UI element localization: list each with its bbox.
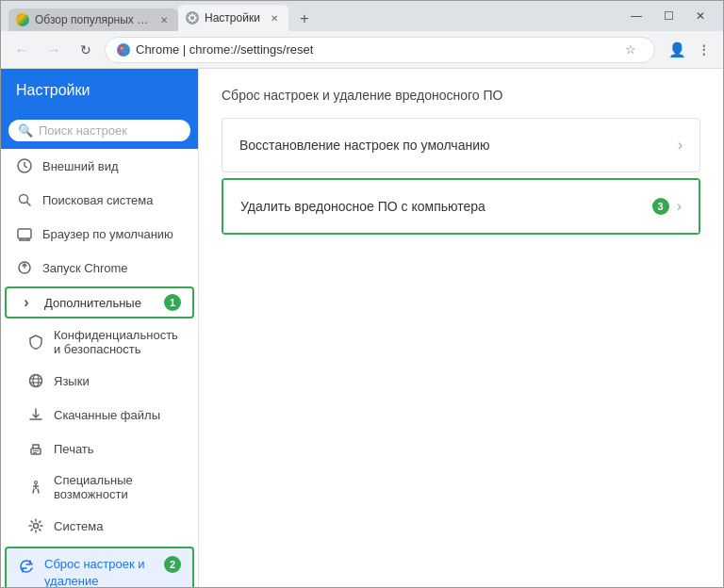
svg-rect-18 bbox=[33, 452, 37, 453]
restore-item[interactable]: Восстановление настроек по умолчанию › bbox=[222, 119, 699, 172]
default-browser-icon bbox=[16, 225, 33, 242]
svg-point-12 bbox=[33, 375, 39, 387]
startup-label: Запуск Chrome bbox=[42, 261, 128, 275]
advanced-badge: 1 bbox=[164, 294, 181, 311]
privacy-label: Конфиденциальность и безопасность bbox=[54, 328, 183, 356]
sidebar-item-print[interactable]: Печать bbox=[1, 432, 198, 466]
svg-point-22 bbox=[34, 524, 39, 529]
advanced-label: Дополнительные bbox=[44, 296, 155, 310]
main-content: Настройки 🔍 Поиск настроек Внешний вид bbox=[1, 69, 723, 587]
svg-line-5 bbox=[27, 203, 31, 206]
sidebar: Настройки 🔍 Поиск настроек Внешний вид bbox=[1, 69, 199, 587]
startup-icon bbox=[16, 259, 33, 276]
default-browser-label: Браузер по умолчанию bbox=[42, 227, 173, 241]
svg-rect-6 bbox=[18, 229, 31, 238]
print-icon bbox=[27, 440, 44, 457]
bookmark-button[interactable]: ☆ bbox=[618, 38, 643, 62]
tab-2-favicon bbox=[186, 11, 199, 24]
remove-malware-item[interactable]: Удалить вредоносное ПО с компьютера 3 › bbox=[223, 180, 699, 233]
search-icon: 🔍 bbox=[18, 123, 33, 138]
system-label: Система bbox=[54, 519, 103, 533]
reset-badge: 2 bbox=[164, 556, 181, 573]
remove-malware-arrow: › bbox=[677, 198, 682, 215]
restore-arrow: › bbox=[678, 137, 683, 154]
close-button[interactable]: ✕ bbox=[685, 6, 716, 26]
sidebar-item-languages[interactable]: Языки bbox=[1, 364, 198, 398]
refresh-button[interactable]: ↻ bbox=[73, 37, 99, 63]
tab-2-label: Настройки bbox=[205, 11, 260, 24]
svg-point-11 bbox=[30, 375, 42, 387]
sidebar-item-reset[interactable]: Сброс настроек и удаление вредоносного П… bbox=[5, 547, 194, 587]
address-bar: ← → ↻ Chrome | chrome://settings/reset ☆… bbox=[1, 31, 723, 69]
tab-1[interactable]: Обзор популярных расширени... ✕ bbox=[8, 8, 178, 31]
print-label: Печать bbox=[54, 442, 94, 456]
downloads-icon bbox=[27, 406, 44, 423]
sidebar-title: Настройки bbox=[1, 69, 198, 112]
browser-window: Обзор популярных расширени... ✕ Настройк… bbox=[0, 0, 724, 588]
accessibility-icon bbox=[27, 479, 44, 496]
remove-malware-card: Удалить вредоносное ПО с компьютера 3 › bbox=[222, 178, 700, 235]
downloads-label: Скачанные файлы bbox=[54, 408, 160, 422]
languages-label: Языки bbox=[54, 374, 90, 388]
toolbar-actions: 👤 ⋮ bbox=[665, 38, 716, 62]
minimize-button[interactable]: — bbox=[621, 6, 651, 26]
languages-icon bbox=[27, 372, 44, 389]
sidebar-item-accessibility[interactable]: Специальные возможности bbox=[1, 466, 198, 509]
sidebar-item-downloads[interactable]: Скачанные файлы bbox=[1, 398, 198, 432]
search-engine-icon bbox=[16, 191, 33, 208]
new-tab-button[interactable]: + bbox=[292, 7, 317, 31]
remove-malware-badge: 3 bbox=[652, 198, 669, 215]
advanced-icon: › bbox=[18, 294, 35, 311]
accessibility-label: Специальные возможности bbox=[54, 473, 183, 501]
url-favicon bbox=[117, 43, 130, 57]
privacy-icon bbox=[27, 334, 44, 351]
sidebar-nav: Внешний вид Поисковая система Браузер по… bbox=[1, 149, 198, 587]
search-bar[interactable]: 🔍 Поиск настроек bbox=[8, 120, 190, 141]
restore-label: Восстановление настроек по умолчанию bbox=[239, 138, 678, 153]
forward-button[interactable]: → bbox=[41, 37, 67, 63]
tab-2[interactable]: Настройки ✕ bbox=[178, 5, 288, 31]
reset-label: Сброс настроек и удаление вредоносного П… bbox=[44, 556, 155, 587]
appearance-icon bbox=[16, 157, 33, 174]
sidebar-item-startup[interactable]: Запуск Chrome bbox=[1, 251, 198, 285]
back-button[interactable]: ← bbox=[8, 37, 35, 63]
account-button[interactable]: 👤 bbox=[665, 38, 689, 62]
tab-1-favicon bbox=[16, 13, 29, 26]
reset-icon bbox=[18, 558, 35, 575]
search-placeholder: Поиск настроек bbox=[39, 123, 127, 138]
sidebar-item-system[interactable]: Система bbox=[1, 509, 198, 543]
svg-rect-17 bbox=[33, 450, 39, 451]
system-icon bbox=[27, 517, 44, 534]
sidebar-search-container: 🔍 Поиск настроек bbox=[1, 112, 198, 149]
sidebar-item-privacy[interactable]: Конфиденциальность и безопасность bbox=[1, 320, 198, 364]
restore-card: Восстановление настроек по умолчанию › bbox=[222, 118, 700, 172]
svg-point-19 bbox=[35, 482, 38, 484]
sidebar-item-default-browser[interactable]: Браузер по умолчанию bbox=[1, 217, 198, 251]
maximize-button[interactable]: ☐ bbox=[653, 6, 683, 26]
remove-malware-label: Удалить вредоносное ПО с компьютера bbox=[240, 199, 652, 214]
title-bar: Обзор популярных расширени... ✕ Настройк… bbox=[1, 1, 723, 31]
tab-1-close[interactable]: ✕ bbox=[157, 13, 171, 26]
tab-1-label: Обзор популярных расширени... bbox=[35, 13, 150, 26]
url-text: Chrome | chrome://settings/reset bbox=[136, 42, 613, 57]
window-controls: — ☐ ✕ bbox=[621, 6, 716, 26]
menu-button[interactable]: ⋮ bbox=[691, 38, 716, 62]
url-bar[interactable]: Chrome | chrome://settings/reset ☆ bbox=[105, 37, 655, 63]
tab-2-close[interactable]: ✕ bbox=[268, 11, 281, 24]
content-area: Сброс настроек и удаление вредоносного П… bbox=[199, 69, 723, 587]
section-title: Сброс настроек и удаление вредоносного П… bbox=[222, 88, 700, 103]
sidebar-item-search[interactable]: Поисковая система bbox=[1, 183, 198, 217]
search-engine-label: Поисковая система bbox=[42, 193, 154, 207]
appearance-label: Внешний вид bbox=[42, 159, 119, 173]
sidebar-item-advanced[interactable]: › Дополнительные 1 bbox=[5, 286, 194, 318]
sidebar-item-appearance[interactable]: Внешний вид bbox=[1, 149, 198, 183]
tab-strip: Обзор популярных расширени... ✕ Настройк… bbox=[8, 1, 617, 31]
